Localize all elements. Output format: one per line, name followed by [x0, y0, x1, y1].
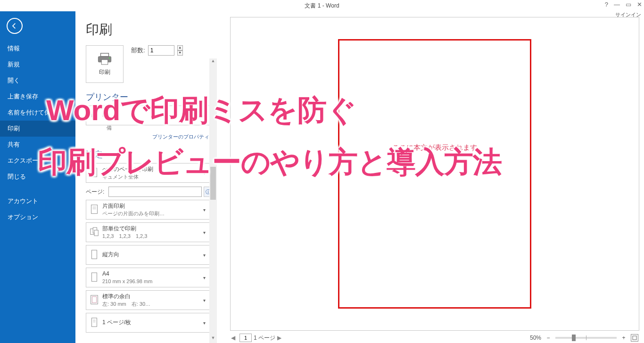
paper-size-select[interactable]: A4210 mm x 296.98 mm ▾ — [86, 268, 212, 287]
opt-label: 標準の余白 — [102, 293, 203, 301]
page-total-label: 1 ページ — [254, 334, 275, 342]
opt-label: 縦方向 — [102, 251, 203, 259]
printer-properties-link[interactable]: プリンターのプロパティ — [86, 133, 212, 140]
opt-label: A4 — [102, 270, 203, 278]
opt-label: 片面印刷 — [102, 203, 203, 210]
svg-rect-24 — [633, 336, 636, 340]
page-number-input[interactable] — [239, 334, 252, 342]
opt-sublabel: キュメント全体 — [102, 173, 203, 180]
collate-select[interactable]: 部単位で印刷1,2,3 1,2,3 1,2,3 ▾ — [86, 222, 212, 242]
opt-sublabel: 210 mm x 296.98 mm — [102, 278, 203, 285]
svg-point-3 — [109, 57, 110, 59]
svg-rect-18 — [92, 273, 97, 281]
print-settings-panel: 印刷 印刷 部数: ▲ ▼ — [75, 11, 217, 343]
paper-icon — [89, 271, 99, 284]
sidebar-item-print[interactable]: 印刷 — [0, 121, 75, 137]
printer-section-title: プリンター — [86, 91, 212, 103]
print-preview-panel: ここに本文が表示されます ◀ 1 ページ ▶ 50% − + — [217, 11, 644, 343]
pages-label: ページ: — [86, 188, 107, 196]
pages-icon — [89, 167, 99, 179]
copies-input[interactable] — [148, 45, 174, 56]
svg-rect-5 — [92, 112, 96, 114]
svg-rect-7 — [91, 168, 97, 177]
print-button[interactable]: 印刷 — [86, 45, 124, 83]
help-icon[interactable]: ? — [605, 1, 608, 8]
close-icon[interactable]: ✕ — [637, 1, 642, 8]
sidebar-item-new[interactable]: 新規 — [0, 57, 75, 73]
opt-sublabel: 左: 30 mm 右: 30… — [102, 301, 203, 307]
opt-label: 部単位で印刷 — [102, 225, 203, 233]
zoom-handle[interactable] — [572, 335, 576, 341]
scroll-up-icon[interactable]: ▲ — [209, 58, 217, 66]
next-page-button[interactable]: ▶ — [277, 335, 284, 341]
minimize-icon[interactable]: — — [614, 1, 620, 8]
restore-icon[interactable]: ▭ — [626, 1, 631, 8]
opt-label: べてのページを印刷 — [102, 166, 203, 173]
svg-rect-17 — [92, 250, 97, 259]
print-button-label: 印刷 — [99, 68, 110, 76]
svg-rect-16 — [94, 230, 98, 236]
scroll-thumb[interactable] — [210, 167, 216, 200]
sidebar-item-export[interactable]: エクスポート — [0, 153, 75, 169]
sidebar-item-share[interactable]: 共有 — [0, 137, 75, 153]
preview-page: ここに本文が表示されます — [338, 39, 531, 309]
zoom-label: 50% — [530, 335, 541, 341]
sidebar-item-close[interactable]: 閉じる — [0, 169, 75, 185]
printer-select[interactable]: No ▾ — [86, 106, 212, 125]
copies-up[interactable]: ▲ — [177, 45, 183, 50]
preview-frame: ここに本文が表示されます — [230, 17, 639, 331]
zoom-out-button[interactable]: − — [545, 335, 552, 341]
scroll-down-icon[interactable]: ▼ — [209, 335, 217, 343]
pages-input[interactable] — [108, 187, 202, 197]
margins-select[interactable]: 標準の余白左: 30 mm 右: 30… ▾ — [86, 290, 212, 310]
portrait-icon — [89, 249, 99, 261]
printer-icon — [97, 52, 113, 65]
sidebar-item-saveas[interactable]: 名前を付けて保存 — [0, 105, 75, 121]
zoom-in-button[interactable]: + — [620, 335, 627, 341]
arrow-left-icon — [11, 22, 18, 30]
printer-small-icon — [89, 109, 99, 122]
backstage-sidebar: 情報 新規 開く 上書き保存 名前を付けて保存 印刷 共有 エクスポート 閉じる… — [0, 11, 75, 343]
sidebar-item-options[interactable]: オプション — [0, 209, 75, 225]
collate-icon — [89, 226, 99, 238]
preview-placeholder-text: ここに本文が表示されます — [339, 143, 530, 152]
one-page-icon — [89, 317, 99, 329]
sidebar-item-info[interactable]: 情報 — [0, 41, 75, 57]
zoom-fit-button[interactable] — [631, 334, 638, 342]
sidebar-item-open[interactable]: 開く — [0, 73, 75, 89]
margins-icon — [89, 294, 99, 306]
fit-icon — [632, 335, 637, 340]
copies-down[interactable]: ▼ — [177, 50, 183, 56]
printer-name: No — [102, 112, 203, 119]
opt-sublabel: ページの片面のみを印刷… — [102, 210, 203, 217]
back-button[interactable] — [7, 18, 23, 34]
page-title: 印刷 — [86, 21, 212, 39]
sidebar-item-save[interactable]: 上書き保存 — [0, 89, 75, 105]
opt-label: 1 ページ/枚 — [102, 319, 203, 327]
svg-rect-21 — [92, 318, 97, 327]
window-title: 文書 1 - Word — [305, 2, 339, 10]
svg-rect-0 — [101, 53, 109, 57]
sidebar-item-account[interactable]: アカウント — [0, 193, 75, 209]
zoom-slider[interactable] — [555, 337, 617, 339]
svg-rect-2 — [101, 59, 108, 64]
single-side-icon — [89, 204, 99, 216]
orientation-select[interactable]: 縦方向 ▾ — [86, 245, 212, 265]
printer-status: 備 — [86, 124, 212, 131]
pages-per-sheet-select[interactable]: 1 ページ/枚 ▾ — [86, 313, 212, 333]
print-range-select[interactable]: べてのページを印刷キュメント全体 ▾ — [86, 163, 212, 183]
settings-section-title: 設定 — [86, 149, 212, 160]
title-bar: 文書 1 - Word ? — ▭ ✕ — [0, 0, 644, 11]
sides-select[interactable]: 片面印刷ページの片面のみを印刷… ▾ — [86, 200, 212, 220]
svg-rect-6 — [92, 116, 96, 119]
prev-page-button[interactable]: ◀ — [231, 335, 238, 341]
settings-scrollbar[interactable]: ▲ ▼ — [209, 58, 217, 343]
copies-label: 部数: — [131, 46, 145, 55]
opt-sublabel: 1,2,3 1,2,3 1,2,3 — [102, 233, 203, 239]
svg-rect-11 — [91, 205, 98, 213]
